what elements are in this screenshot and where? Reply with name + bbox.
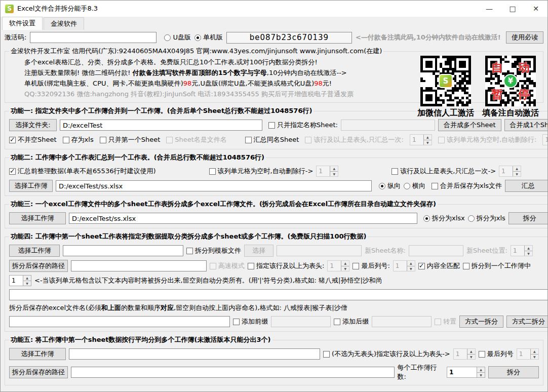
- merge-same-name-sheet-checkbox[interactable]: 汇总同名Sheet: [245, 135, 299, 144]
- select-workbook-button[interactable]: 选择工作簿: [9, 348, 66, 360]
- split-method1-button[interactable]: 方式一拆分: [459, 316, 503, 328]
- spinner-arrows[interactable]: [524, 246, 532, 256]
- header-rows-once-checkbox[interactable]: 该行及以上是表头,只汇总一次->: [392, 167, 496, 176]
- spinner-up-icon[interactable]: [531, 349, 538, 354]
- skip-empty-sheet-checkbox[interactable]: 不并空Sheet: [9, 135, 57, 144]
- header-row-spinner[interactable]: 1: [410, 134, 432, 145]
- spinner-arrows[interactable]: [330, 166, 338, 176]
- full-match-checkbox[interactable]: 内容全匹配: [418, 261, 460, 270]
- delete-empty-row-checkbox[interactable]: 该列单元格为空时,自动删除行:: [438, 135, 537, 144]
- header-row-spinner[interactable]: 1: [453, 348, 476, 360]
- spinner-down-icon[interactable]: [23, 281, 31, 286]
- tab-jinjun-software[interactable]: 金浚软件: [44, 17, 84, 30]
- horizontal-radio[interactable]: 横向: [404, 181, 425, 190]
- column-number-spinner[interactable]: 1: [9, 275, 31, 286]
- last-column-checkbox[interactable]: 最后列号: [479, 349, 514, 359]
- merge-multi-sheet-button[interactable]: 合并成多个Sheet: [438, 119, 501, 131]
- delete-col-spinner[interactable]: 1: [542, 134, 548, 145]
- spinner-arrows[interactable]: [513, 166, 521, 176]
- spinner-up-icon[interactable]: [513, 166, 521, 171]
- split-method2-button[interactable]: 方式二拆分: [506, 316, 548, 328]
- spinner-arrows[interactable]: [407, 261, 415, 271]
- spinner-down-icon[interactable]: [341, 266, 349, 271]
- spinner-up-icon[interactable]: [341, 261, 349, 266]
- spinner-up-icon[interactable]: [330, 166, 338, 171]
- machine-code-box[interactable]: be087b23c670139: [226, 32, 352, 44]
- last-column-spinner[interactable]: 1: [393, 260, 415, 271]
- spinner-down-icon[interactable]: [330, 171, 338, 177]
- spinner-up-icon[interactable]: [407, 261, 415, 266]
- rows-per-workbook-spinner[interactable]: 1: [447, 367, 485, 378]
- workbook-path-input[interactable]: [69, 348, 320, 360]
- save-path-input[interactable]: [71, 367, 395, 378]
- spinner-down-icon[interactable]: [513, 171, 521, 177]
- spinner-down-icon[interactable]: [525, 251, 532, 256]
- split-xlsx-radio[interactable]: 拆分为xlsx: [423, 214, 465, 223]
- header-rows-checkbox[interactable]: 指定该行及以上为表头:: [248, 261, 324, 270]
- save-as-xls-checkbox[interactable]: 合并后保存为xls文件: [432, 181, 502, 190]
- save-path-button[interactable]: 拆分后保存的路径: [9, 260, 68, 272]
- split-button[interactable]: 拆分: [508, 212, 548, 224]
- spinner-arrows[interactable]: [423, 135, 432, 145]
- split-keywords-input[interactable]: [9, 289, 548, 300]
- first-sheet-only-checkbox[interactable]: 只并第一个Sheet: [100, 135, 161, 144]
- select-workbook-button[interactable]: 选择工作簿: [9, 180, 53, 192]
- split-to-template-checkbox[interactable]: 拆分到模板文件: [186, 246, 241, 255]
- spinner-arrows[interactable]: [23, 276, 31, 286]
- usb-version-radio[interactable]: U盘版: [164, 33, 191, 42]
- save-path-input[interactable]: [71, 260, 207, 271]
- close-button[interactable]: ✕: [524, 1, 547, 17]
- last-column-spinner[interactable]: 1: [517, 348, 539, 360]
- spinner-arrows[interactable]: [467, 349, 475, 359]
- spinner-arrows[interactable]: [341, 261, 349, 271]
- add-prefix-checkbox[interactable]: 添加前缀: [233, 317, 268, 326]
- function2-group: 功能二: 工作簿中多个工作表汇总到一个工作表。(合并后总行数不能超过104857…: [5, 153, 548, 196]
- spinner-up-icon[interactable]: [467, 349, 475, 354]
- spinner-up-icon[interactable]: [477, 367, 485, 372]
- spinner-down-icon[interactable]: [407, 266, 415, 271]
- readme-button[interactable]: 使用必读: [506, 31, 543, 44]
- last-column-checkbox[interactable]: 最后列号:: [353, 261, 389, 270]
- header-rows-once-checkbox[interactable]: 该行及以上是表头,只汇总一次:: [305, 135, 404, 144]
- add-suffix-checkbox[interactable]: 添加后缀: [334, 317, 369, 326]
- clean-before-sum-checkbox[interactable]: 汇总前整理数据(单表不超65536行时建议使用): [9, 167, 156, 176]
- split-to-one-workbook-checkbox[interactable]: 拆分到一个工作簿中: [463, 261, 531, 270]
- save-path-button[interactable]: 拆分后保存的路径: [9, 366, 68, 378]
- standalone-version-radio[interactable]: 单机版: [194, 33, 223, 42]
- select-workbook-button[interactable]: 选择工作簿: [9, 212, 66, 224]
- save-as-xls-checkbox[interactable]: 存为xls: [63, 135, 94, 144]
- file-names-input[interactable]: [9, 316, 230, 327]
- split-button[interactable]: 拆分: [488, 366, 539, 378]
- spinner-arrows[interactable]: [477, 367, 485, 377]
- header-row-spinner[interactable]: 1: [327, 260, 349, 271]
- header-row-spinner[interactable]: 1: [499, 166, 521, 177]
- new-sheet-position-spinner[interactable]: 1: [511, 245, 533, 256]
- delete-empty-row-checkbox[interactable]: 该列单元格为空时,自动删除行->: [209, 167, 314, 176]
- select-folder-button[interactable]: 选择文件夹:: [9, 119, 57, 131]
- workbook-path-input[interactable]: D:/excelTest/ss.xlsx: [69, 213, 417, 224]
- spinner-down-icon[interactable]: [531, 354, 538, 360]
- sum-button[interactable]: 汇总: [505, 180, 548, 192]
- tab-software-settings[interactable]: 软件设置: [2, 17, 43, 30]
- named-sheet-input[interactable]: [341, 120, 435, 131]
- vertical-radio[interactable]: 纵向: [379, 181, 401, 190]
- delete-col-spinner[interactable]: 1: [316, 166, 338, 177]
- folder-path-input[interactable]: D:/excelTest: [60, 120, 262, 131]
- spinner-up-icon[interactable]: [525, 246, 532, 251]
- spinner-down-icon[interactable]: [424, 140, 432, 145]
- merge-one-sheet-button[interactable]: 合并成1个Sheet: [504, 119, 548, 131]
- workbook-path-input[interactable]: D:/excelTest/ss.xlsx: [56, 180, 372, 191]
- spinner-down-icon[interactable]: [477, 372, 485, 378]
- spinner-up-icon[interactable]: [424, 135, 432, 140]
- minimize-button[interactable]: —: [478, 1, 501, 17]
- split-xls-radio[interactable]: 拆分为xls: [468, 214, 505, 223]
- select-workbook-button[interactable]: 选择工作簿: [9, 245, 60, 257]
- named-sheet-checkbox[interactable]: 只并指定名称Sheet:: [268, 121, 338, 130]
- header-rows-checkbox[interactable]: (不选为无表头)指定该行及以上为表头->: [323, 349, 450, 359]
- workbook-path-input[interactable]: [63, 245, 183, 256]
- maximize-button[interactable]: □: [501, 1, 524, 17]
- spinner-down-icon[interactable]: [467, 354, 475, 360]
- activation-code-input[interactable]: [30, 32, 156, 43]
- spinner-arrows[interactable]: [530, 349, 538, 359]
- spinner-up-icon[interactable]: [23, 276, 31, 281]
